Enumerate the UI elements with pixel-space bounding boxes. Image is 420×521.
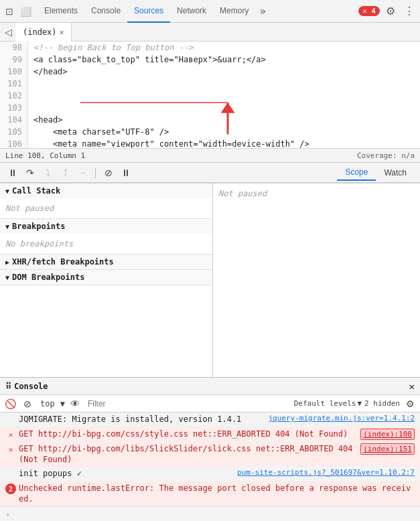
console-title: Console [14,382,48,391]
step-button[interactable]: → [75,165,90,180]
console-close-icon[interactable]: ✕ [409,381,415,392]
msg-source-2[interactable]: (index):151 [360,443,415,455]
line-content-100: </head> [28,66,420,78]
console-level-select[interactable]: Default levels ▼ [294,399,362,408]
dom-chevron: ▼ [5,274,9,281]
console-filter-input[interactable] [85,398,291,410]
debug-right-tabs: Scope Watch [337,165,415,181]
call-stack-label: Call Stack [12,186,60,196]
console-clear-button[interactable]: 🚫 [3,396,17,411]
settings-icon[interactable]: ⚙ [382,3,399,19]
console-no-errors-button[interactable]: ⊘ [20,396,35,411]
line-number-105: 105 [0,126,28,138]
tab-elements[interactable]: Elements [38,0,84,23]
console-messages: JQMIGRATE: Migrate is installed, version… [0,413,420,506]
console-context-arrow: ▼ [60,399,65,408]
scope-tab[interactable]: Scope [337,165,376,181]
file-tab-nav-left[interactable]: ◁ [0,23,16,42]
console-settings-icon[interactable]: ⚙ [403,396,417,411]
code-editor: 98<!-- begin Back to Top button -->99<a … [0,42,420,148]
console-input[interactable] [13,510,415,519]
line-number-103: 103 [0,102,28,114]
line-number-98: 98 [0,42,28,54]
more-options-icon[interactable]: ⋮ [401,3,417,19]
console-drag-icon: ⠿ [5,382,11,391]
error-count-badge: ✕ 4 [358,6,380,16]
step-into-button[interactable]: ⤵ [40,165,55,180]
tab-nav-icons: ⊡ ⬜ [3,5,32,18]
call-stack-status: Not paused [5,204,54,213]
xhr-header[interactable]: ▶ XHR/fetch Breakpoints [0,254,212,269]
line-content-98: <!-- begin Back to Top button --> [28,42,420,54]
cursor-position: Line 108, Column 1 [5,151,85,160]
code-line-105: 105 <meta charset="UTF-8" /> [0,126,420,138]
tab-sources[interactable]: Sources [127,0,170,23]
console-message-3: init popups ✓pum-site-scripts.js?_501697… [0,467,420,481]
more-tabs-icon[interactable]: » [255,5,270,17]
console-message-2: ✕GET http://bi-bpg.com/libs/SlickSlider/… [0,442,420,467]
coverage-label: Coverage: n/a [357,151,415,160]
line-content-99: <a class="back_to_top" title="Наверх">&u… [28,54,420,66]
breakpoints-header[interactable]: ▼ Breakpoints [0,219,212,234]
call-stack-content: Not paused [0,198,212,218]
console-header: ⠿ Console ✕ [0,378,420,395]
pause-resume-button[interactable]: ⏸ [5,165,20,180]
line-number-106: 106 [0,138,28,148]
tab-network[interactable]: Network [170,0,213,23]
file-tab-index[interactable]: (index) ✕ [16,23,72,42]
msg-text-0: JQMIGRATE: Migrate is installed, version… [19,414,263,425]
msg-text-3: init popups ✓ [19,468,232,479]
pause-on-exceptions-button[interactable]: ⏸ [119,165,133,180]
msg-icon-4: 2 [5,483,16,494]
dom-label: DOM Breakpoints [12,273,84,282]
console-section: ⠿ Console ✕ 🚫 ⊘ top ▼ 👁 Default levels ▼… [0,377,420,521]
line-number-102: 102 [0,90,28,102]
line-number-101: 101 [0,78,28,90]
inspect-icon[interactable]: ⊡ [3,5,16,18]
watch-tab[interactable]: Watch [376,165,415,181]
msg-text-4: Unchecked runtime.lastError: The message… [19,483,415,504]
console-level-label: Default levels [294,399,356,408]
msg-icon-3 [5,469,16,479]
dom-header[interactable]: ▼ DOM Breakpoints [0,270,212,285]
code-line-101: 101 [0,78,420,90]
console-message-0: JQMIGRATE: Migrate is installed, version… [0,413,420,427]
console-toolbar: 🚫 ⊘ top ▼ 👁 Default levels ▼ 2 hidden ⚙ [0,395,420,413]
msg-source-1[interactable]: (index):108 [360,429,415,440]
file-tab-close-icon[interactable]: ✕ [60,27,64,37]
not-paused-label: Not paused [213,183,420,204]
call-stack-section: ▼ Call Stack Not paused [0,183,212,219]
right-panel: Not paused [213,183,420,377]
debug-toolbar: ⏸ ↷ ⤵ ⤴ → ⊘ ⏸ Scope Watch [0,163,420,183]
tab-right-actions: ✕ 4 ⚙ ⋮ [358,3,417,19]
breakpoints-label: Breakpoints [12,222,65,231]
console-message-1: ✕GET http://bi-bpg.com/css/style.css net… [0,427,420,442]
code-line-102: 102 [0,90,420,102]
dom-section: ▼ DOM Breakpoints [0,270,212,285]
code-line-104: 104<head> [0,114,420,126]
breakpoints-chevron: ▼ [5,223,9,230]
tab-memory[interactable]: Memory [213,0,255,23]
tab-console[interactable]: Console [84,0,127,23]
console-input-row: › [0,506,420,521]
status-bar: Line 108, Column 1 Coverage: n/a [0,148,420,163]
device-icon[interactable]: ⬜ [19,5,32,18]
console-level-arrow: ▼ [357,399,362,408]
console-eye-button[interactable]: 👁 [68,396,82,411]
breakpoints-status: No breakpoints [5,239,73,248]
msg-source-0[interactable]: jquery-migrate.min.js:ver=1.4.1:2 [268,414,415,423]
msg-text-2: GET http://bi-bpg.com/libs/SlickSlider/s… [19,443,355,465]
code-line-103: 103 [0,102,420,114]
msg-source-3[interactable]: pum-site-scripts.js?_501697&ver=1.10.2:7 [237,468,415,477]
file-tab-bar: ◁ (index) ✕ [0,23,420,42]
breakpoints-content: No breakpoints [0,234,212,254]
source-wrapper: 98<!-- begin Back to Top button -->99<a … [0,42,420,148]
line-number-104: 104 [0,114,28,126]
console-prompt-icon: › [5,510,10,519]
step-out-button[interactable]: ⤴ [58,165,72,180]
deactivate-breakpoints-button[interactable]: ⊘ [101,165,116,180]
call-stack-header[interactable]: ▼ Call Stack [0,183,212,198]
step-over-button[interactable]: ↷ [23,165,38,180]
line-content-105: <meta charset="UTF-8" /> [28,126,420,138]
file-tab-label: (index) [23,27,57,37]
